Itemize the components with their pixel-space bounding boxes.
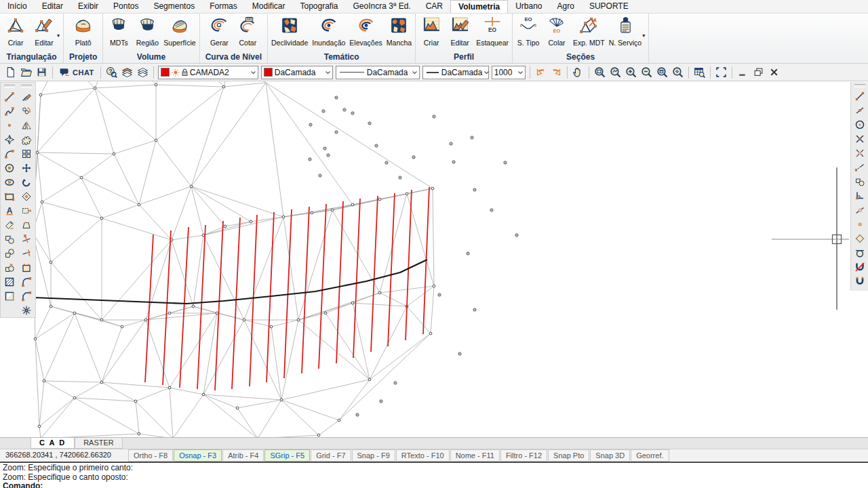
- zoom-out-button[interactable]: [639, 65, 654, 80]
- color-combo[interactable]: DaCamada: [261, 66, 333, 79]
- toolbar-grip[interactable]: [4, 85, 15, 88]
- fillet-tool-button[interactable]: [18, 274, 34, 289]
- ribbon-button-volume-superficie[interactable]: Superfície: [161, 15, 197, 47]
- osnap-off-tool-button[interactable]: [852, 260, 867, 274]
- point-style-tool-button[interactable]: [1, 132, 17, 146]
- layer-combo[interactable]: CAMADA2: [158, 66, 258, 79]
- osnap-center-tool-button[interactable]: [852, 117, 867, 131]
- rotate-tool-button[interactable]: [18, 175, 34, 189]
- menu-tab-car[interactable]: CAR: [418, 0, 450, 13]
- ribbon-button-triangulacao-editar[interactable]: Editar▾: [30, 15, 62, 47]
- ribbon-button-perfil-criar[interactable]: Criar: [417, 15, 446, 47]
- line-tool-button[interactable]: [1, 89, 17, 104]
- label-tool-button[interactable]: [1, 218, 17, 232]
- circle-tool-button[interactable]: [1, 161, 17, 175]
- taper-tool-button[interactable]: [18, 218, 34, 232]
- help-button[interactable]: ?: [104, 65, 119, 80]
- zoom-window-button[interactable]: [592, 65, 608, 80]
- status-toggle-filtro-f12[interactable]: Filtro - F12: [500, 449, 547, 462]
- copy-tool-button[interactable]: [18, 104, 34, 118]
- minimize-button[interactable]: [735, 65, 751, 80]
- zoom-dynamic-button[interactable]: [608, 65, 623, 80]
- revision-cloud-tool-button[interactable]: [18, 132, 34, 146]
- cad-canvas[interactable]: [0, 81, 868, 437]
- ribbon-button-volume-regiao[interactable]: Região: [133, 15, 161, 47]
- point-tool-button[interactable]: [1, 118, 17, 132]
- save-file-button[interactable]: [34, 65, 50, 80]
- status-toggle-sgrip-f5[interactable]: SGrip - F5: [264, 449, 310, 462]
- hatch-boundary-tool-button[interactable]: [1, 289, 17, 303]
- lineweight-combo[interactable]: DaCamada: [422, 66, 489, 79]
- ribbon-button-tematico-mancha[interactable]: Mancha: [384, 15, 414, 47]
- region-b-tool-button[interactable]: [1, 246, 17, 260]
- menu-tab-inicio[interactable]: Início: [0, 0, 35, 13]
- osnap-quadrant-tool-button[interactable]: [852, 231, 867, 245]
- status-toggle-rtexto-f10[interactable]: RTexto - F10: [396, 449, 450, 462]
- trim-tool-button[interactable]: [18, 232, 34, 246]
- ribbon-button-volume-mdts[interactable]: MDTs: [104, 15, 133, 47]
- osnap-perpendicular-tool-button[interactable]: [852, 188, 867, 203]
- rectangle-tool-button[interactable]: [1, 189, 17, 203]
- extend-tool-button[interactable]: [18, 246, 34, 260]
- mirror-tool-button[interactable]: [18, 118, 34, 132]
- tab-raster[interactable]: RASTER: [75, 438, 123, 449]
- status-toggle-nome-f11[interactable]: Nome - F11: [450, 449, 500, 462]
- scale-tool-button[interactable]: [18, 189, 34, 203]
- menu-tab-agro[interactable]: Agro: [550, 0, 582, 13]
- osnap-endpoint-tool-button[interactable]: [852, 89, 867, 103]
- ribbon-button-projeto-plato[interactable]: Platô: [69, 15, 98, 47]
- status-toggle-atrib-f4[interactable]: Atrib - F4: [222, 449, 264, 462]
- zoom-previous-button[interactable]: [654, 65, 670, 80]
- status-toggle-grid-f7[interactable]: Grid - F7: [311, 449, 351, 462]
- tab-cad[interactable]: C A D: [31, 438, 75, 449]
- region-c-tool-button[interactable]: [1, 260, 17, 274]
- menu-tab-volumetria[interactable]: Volumetria: [450, 0, 508, 13]
- ellipse-tool-button[interactable]: [1, 175, 17, 189]
- ribbon-button-curva-de-nivel-gerar[interactable]: Gerar: [205, 15, 233, 47]
- status-toggle-osnap-f3[interactable]: Osnap - F3: [174, 449, 222, 462]
- toolbar-grip[interactable]: [21, 85, 32, 88]
- dropdown-caret-icon[interactable]: ▾: [57, 33, 60, 39]
- menu-tab-modificar[interactable]: Modificar: [245, 0, 293, 13]
- close-button[interactable]: [766, 65, 782, 80]
- ribbon-button-perfil-editar[interactable]: Editar: [446, 15, 474, 47]
- undo-button[interactable]: [533, 65, 549, 80]
- osnap-nearest-tool-button[interactable]: [852, 203, 867, 217]
- ribbon-button-secoes-n-servico[interactable]: N. Serviço▾: [607, 15, 647, 47]
- linetype-combo[interactable]: DaCamada: [336, 66, 420, 79]
- command-panel[interactable]: Zoom: Especifique o primeiro canto: Zoom…: [0, 462, 868, 488]
- ribbon-button-secoes-s-tipo[interactable]: EOS. Tipo: [514, 15, 542, 47]
- arc-tool-button[interactable]: [1, 146, 17, 161]
- zoom-in-button[interactable]: [623, 65, 639, 80]
- osnap-on-tool-button[interactable]: [852, 274, 867, 288]
- table-search-button[interactable]: [692, 65, 707, 80]
- edit-line-tool-button[interactable]: [18, 89, 34, 104]
- toolbar-grip[interactable]: [854, 84, 865, 87]
- osnap-node-tool-button[interactable]: [852, 217, 867, 231]
- menu-tab-pontos[interactable]: Pontos: [106, 0, 146, 13]
- move-tool-button[interactable]: [18, 161, 34, 175]
- redo-button[interactable]: [549, 65, 564, 80]
- layers-white-button[interactable]: [135, 65, 151, 80]
- menu-tab-editar[interactable]: Editar: [35, 0, 71, 13]
- region-a-tool-button[interactable]: [1, 232, 17, 246]
- fullscreen-button[interactable]: [713, 65, 729, 80]
- array-tool-button[interactable]: [18, 146, 34, 161]
- command-prompt[interactable]: Comando:: [3, 482, 868, 488]
- ribbon-button-tematico-elevacoes[interactable]: Elevações: [347, 15, 384, 47]
- zoom-extents-button[interactable]: [670, 65, 686, 80]
- menu-tab-formas[interactable]: Formas: [202, 0, 245, 13]
- ribbon-button-triangulacao-criar[interactable]: Criar: [1, 15, 30, 47]
- osnap-midpoint-tool-button[interactable]: [852, 103, 867, 117]
- status-toggle-snap-pto[interactable]: Snap Pto: [548, 449, 589, 462]
- menu-tab-geoincra-3-ed[interactable]: GeoIncra 3ª Ed.: [346, 0, 418, 13]
- chat-button[interactable]: CHAT: [56, 65, 98, 80]
- ribbon-button-tematico-declividade[interactable]: Declividade: [269, 15, 310, 47]
- dropdown-caret-icon[interactable]: ▾: [642, 33, 645, 39]
- status-toggle-snap-f9[interactable]: Snap - F9: [352, 449, 395, 462]
- ribbon-button-secoes-colar[interactable]: EOColar: [542, 15, 571, 47]
- text-tool-button[interactable]: A: [1, 203, 17, 218]
- status-toggle-georref[interactable]: Georref.: [631, 449, 669, 462]
- menu-tab-exibir[interactable]: Exibir: [71, 0, 106, 13]
- status-toggle-ortho-f8[interactable]: Ortho - F8: [128, 449, 173, 462]
